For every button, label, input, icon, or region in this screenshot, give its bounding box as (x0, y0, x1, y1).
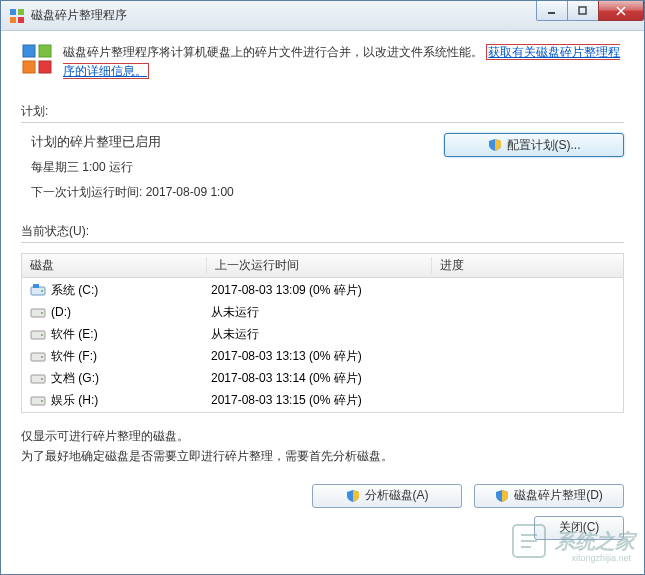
drive-icon (30, 392, 46, 408)
svg-rect-11 (39, 61, 51, 73)
close-dialog-button[interactable]: 关闭(C) (534, 516, 624, 540)
shield-icon (346, 489, 360, 503)
defrag-button[interactable]: 磁盘碎片整理(D) (474, 484, 624, 508)
svg-rect-5 (579, 7, 586, 14)
divider (21, 242, 624, 243)
analyze-button[interactable]: 分析磁盘(A) (312, 484, 462, 508)
close-button[interactable] (598, 1, 644, 21)
system-drive-icon (30, 282, 46, 298)
column-disk[interactable]: 磁盘 (22, 257, 207, 274)
svg-rect-0 (10, 9, 16, 15)
cell-last-run: 从未运行 (207, 304, 432, 321)
drive-icon (30, 348, 46, 364)
svg-rect-3 (18, 17, 24, 23)
schedule-section: 计划的碎片整理已启用 每星期三 1:00 运行 下一次计划运行时间: 2017-… (21, 133, 624, 209)
disk-name: 娱乐 (H:) (51, 392, 98, 409)
svg-point-14 (41, 290, 43, 292)
cell-last-run: 从未运行 (207, 326, 432, 343)
action-buttons: 分析磁盘(A) 磁盘碎片整理(D) (21, 484, 624, 516)
defrag-label: 磁盘碎片整理(D) (514, 487, 603, 504)
content-area: 磁盘碎片整理程序将计算机硬盘上的碎片文件进行合并，以改进文件系统性能。 获取有关… (1, 31, 644, 574)
table-row[interactable]: (D:)从未运行 (22, 301, 623, 323)
intro-description: 磁盘碎片整理程序将计算机硬盘上的碎片文件进行合并，以改进文件系统性能。 (63, 45, 483, 59)
close-row: 关闭(C) (21, 516, 624, 540)
cell-disk: (D:) (26, 304, 207, 320)
disk-name: 文档 (G:) (51, 370, 99, 387)
cell-last-run: 2017-08-03 13:09 (0% 碎片) (207, 282, 432, 299)
cell-disk: 软件 (F:) (26, 348, 207, 365)
titlebar: 磁盘碎片整理程序 (1, 1, 644, 31)
maximize-button[interactable] (567, 1, 599, 21)
svg-rect-10 (23, 61, 35, 73)
table-row[interactable]: 娱乐 (H:)2017-08-03 13:15 (0% 碎片) (22, 389, 623, 411)
svg-rect-1 (18, 9, 24, 15)
svg-rect-8 (23, 45, 35, 57)
column-last-run[interactable]: 上一次运行时间 (207, 257, 432, 274)
intro-section: 磁盘碎片整理程序将计算机硬盘上的碎片文件进行合并，以改进文件系统性能。 获取有关… (21, 43, 624, 93)
schedule-label: 计划: (21, 103, 624, 120)
close-label: 关闭(C) (559, 519, 600, 536)
table-row[interactable]: 文档 (G:)2017-08-03 13:14 (0% 碎片) (22, 367, 623, 389)
shield-icon (488, 138, 502, 152)
table-row[interactable]: 软件 (E:)从未运行 (22, 323, 623, 345)
note-line-2: 为了最好地确定磁盘是否需要立即进行碎片整理，需要首先分析磁盘。 (21, 447, 624, 466)
status-label: 当前状态(U): (21, 223, 624, 240)
note-line-1: 仅显示可进行碎片整理的磁盘。 (21, 427, 624, 446)
schedule-title: 计划的碎片整理已启用 (31, 133, 444, 151)
table-header: 磁盘 上一次运行时间 进度 (22, 254, 623, 278)
table-row[interactable]: 系统 (C:)2017-08-03 13:09 (0% 碎片) (22, 279, 623, 301)
intro-text: 磁盘碎片整理程序将计算机硬盘上的碎片文件进行合并，以改进文件系统性能。 获取有关… (63, 43, 624, 81)
next-run-value: 2017-08-09 1:00 (146, 185, 234, 199)
window-title: 磁盘碎片整理程序 (31, 7, 127, 24)
shield-icon (495, 489, 509, 503)
svg-rect-13 (33, 284, 39, 288)
cell-disk: 软件 (E:) (26, 326, 207, 343)
drive-icon (30, 304, 46, 320)
cell-disk: 娱乐 (H:) (26, 392, 207, 409)
app-icon (9, 8, 25, 24)
svg-rect-2 (10, 17, 16, 23)
table-row[interactable]: 软件 (F:)2017-08-03 13:13 (0% 碎片) (22, 345, 623, 367)
svg-rect-9 (39, 45, 51, 57)
configure-schedule-label: 配置计划(S)... (507, 137, 581, 154)
table-body: 系统 (C:)2017-08-03 13:09 (0% 碎片)(D:)从未运行软… (22, 278, 623, 412)
svg-point-18 (41, 334, 43, 336)
minimize-button[interactable] (536, 1, 568, 21)
cell-last-run: 2017-08-03 13:14 (0% 碎片) (207, 370, 432, 387)
drive-icon (30, 370, 46, 386)
note-text: 仅显示可进行碎片整理的磁盘。 为了最好地确定磁盘是否需要立即进行碎片整理，需要首… (21, 427, 624, 465)
disk-table: 磁盘 上一次运行时间 进度 系统 (C:)2017-08-03 13:09 (0… (21, 253, 624, 413)
cell-disk: 文档 (G:) (26, 370, 207, 387)
divider (21, 122, 624, 123)
disk-name: 系统 (C:) (51, 282, 98, 299)
configure-schedule-button[interactable]: 配置计划(S)... (444, 133, 624, 157)
schedule-info: 计划的碎片整理已启用 每星期三 1:00 运行 下一次计划运行时间: 2017-… (21, 133, 444, 209)
defrag-window: 磁盘碎片整理程序 磁盘碎片整理程序将计算机硬盘上的碎片文件进行合并，以改进文件系… (0, 0, 645, 575)
next-run-label: 下一次计划运行时间: (31, 185, 146, 199)
disk-name: 软件 (F:) (51, 348, 97, 365)
cell-last-run: 2017-08-03 13:15 (0% 碎片) (207, 392, 432, 409)
cell-disk: 系统 (C:) (26, 282, 207, 299)
schedule-next-run: 下一次计划运行时间: 2017-08-09 1:00 (31, 184, 444, 201)
schedule-frequency: 每星期三 1:00 运行 (31, 159, 444, 176)
svg-point-16 (41, 312, 43, 314)
window-controls (537, 1, 644, 21)
column-progress[interactable]: 进度 (432, 257, 623, 274)
defrag-icon (21, 43, 53, 75)
svg-point-20 (41, 356, 43, 358)
disk-name: 软件 (E:) (51, 326, 98, 343)
disk-name: (D:) (51, 305, 71, 319)
drive-icon (30, 326, 46, 342)
cell-last-run: 2017-08-03 13:13 (0% 碎片) (207, 348, 432, 365)
svg-point-22 (41, 378, 43, 380)
svg-point-24 (41, 400, 43, 402)
analyze-label: 分析磁盘(A) (365, 487, 429, 504)
